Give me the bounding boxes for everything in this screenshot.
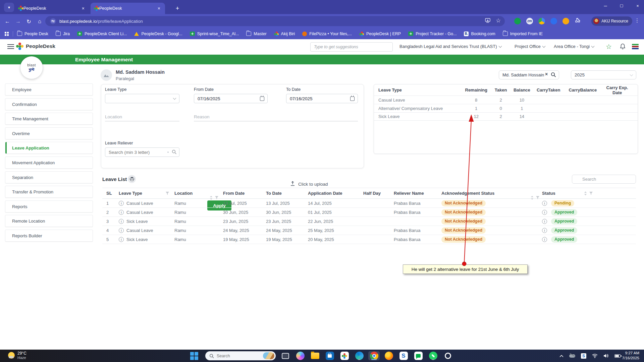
- window-close-button[interactable]: ×: [633, 3, 643, 8]
- reason-input[interactable]: [194, 113, 358, 121]
- window-maximize-button[interactable]: ▢: [616, 3, 627, 8]
- edge-icon[interactable]: [354, 351, 365, 360]
- sidebar-item-movement-application[interactable]: Movement Application: [5, 157, 93, 169]
- home-icon[interactable]: ⌂: [35, 17, 44, 26]
- leave-row-1[interactable]: 1 iCasual Leave Ramu 13 Jul, 2025 13 Jul…: [102, 199, 636, 208]
- browser-profile-chip[interactable]: AKIJ Resource: [591, 16, 632, 26]
- leave-row-5[interactable]: 5 iSick Leave Ramu 19 May, 2025 19 May, …: [102, 235, 636, 244]
- bookmark-jira[interactable]: Jira: [56, 32, 70, 36]
- upload-control[interactable]: Click to upload: [290, 181, 328, 187]
- favorite-star-icon[interactable]: ☆: [606, 43, 612, 51]
- search-icon[interactable]: [172, 149, 177, 156]
- leave-row-4[interactable]: 4 iCasual Leave Ramu 24 May, 2025 24 May…: [102, 226, 636, 235]
- window-minimize-button[interactable]: ─: [600, 3, 610, 8]
- google-chat-icon[interactable]: [413, 351, 424, 360]
- taskbar-clock[interactable]: 9:27 AM 7/16/2025: [622, 351, 639, 361]
- filter-icon[interactable]: [166, 192, 169, 195]
- task-view-button[interactable]: [280, 351, 291, 360]
- extension-icon-5[interactable]: [562, 18, 569, 24]
- bookmark-akij-biri[interactable]: Akij Biri: [274, 32, 295, 36]
- sidebar-item-remote-location[interactable]: Remote Location: [5, 215, 93, 227]
- bookmark-booking[interactable]: B.Booking.com: [464, 32, 495, 36]
- sidebar-item-reports-builder[interactable]: Reports Builder: [5, 230, 93, 242]
- extension-icon-1[interactable]: [514, 18, 521, 24]
- browser-tab-1[interactable]: PeopleDesk ×: [15, 3, 89, 14]
- browser-menu-icon[interactable]: ⋮: [635, 17, 640, 23]
- start-button[interactable]: [190, 352, 199, 360]
- clear-filter-icon[interactable]: ×: [545, 71, 548, 77]
- info-icon[interactable]: i: [542, 201, 547, 206]
- notification-bell-icon[interactable]: [620, 43, 626, 51]
- info-icon[interactable]: i: [119, 201, 124, 206]
- bookmark-client-list[interactable]: PeopleDesk Client Li...: [77, 32, 127, 36]
- onedrive-icon[interactable]: [569, 354, 575, 358]
- site-info-icon[interactable]: [50, 18, 56, 24]
- sidebar-item-leave-application[interactable]: Leave Application: [5, 142, 93, 154]
- sidebar-item-overtime[interactable]: Overtime: [5, 127, 93, 139]
- taskbar-search[interactable]: [205, 351, 276, 360]
- bookmark-star-icon[interactable]: ☆: [496, 17, 501, 24]
- leave-type-select[interactable]: [105, 94, 179, 103]
- to-date-input[interactable]: [286, 94, 358, 103]
- info-icon[interactable]: i: [119, 237, 124, 242]
- hamburger-menu-icon[interactable]: [7, 44, 14, 50]
- extension-icon-3[interactable]: [538, 18, 545, 24]
- tray-chevron-up-icon[interactable]: [559, 355, 564, 357]
- org-mini-logo[interactable]: [632, 43, 639, 50]
- whatsapp-icon[interactable]: [427, 351, 439, 360]
- extensions-puzzle-icon[interactable]: [575, 18, 580, 24]
- forward-icon[interactable]: →: [13, 17, 23, 26]
- leave-list-search-input[interactable]: [572, 175, 636, 184]
- chatgpt-icon[interactable]: [442, 351, 453, 360]
- suggestions-search-input[interactable]: [310, 42, 393, 52]
- copilot-icon[interactable]: [294, 351, 306, 360]
- extension-icon-4[interactable]: [550, 18, 557, 24]
- office-selector[interactable]: Project Office: [515, 44, 545, 49]
- app-brand[interactable]: PeopleDesk: [16, 43, 55, 50]
- bookmark-drive[interactable]: PeopleDesk - Googl...: [134, 32, 182, 36]
- peopledesk-app-icon[interactable]: [339, 351, 350, 360]
- tray-s-icon[interactable]: S: [581, 353, 586, 359]
- sidebar-item-time-management[interactable]: Time Management: [5, 113, 93, 125]
- bookmark-master[interactable]: Master: [246, 32, 266, 36]
- extension-icon-2[interactable]: zm: [526, 18, 533, 24]
- calendar-icon[interactable]: [260, 97, 264, 101]
- info-icon[interactable]: i: [542, 228, 547, 233]
- year-select[interactable]: 2025: [571, 70, 636, 79]
- location-input[interactable]: [105, 113, 179, 121]
- bookmark-sprint-time[interactable]: Sprint-wise_Time_Al...: [190, 32, 239, 36]
- tab-close-icon[interactable]: ×: [156, 6, 162, 11]
- address-bar[interactable]: blast.peopledesk.io/profile/leaveApplica…: [45, 16, 505, 26]
- chrome-icon[interactable]: [368, 351, 380, 360]
- sidebar-item-separation[interactable]: Separation: [5, 171, 93, 183]
- volume-icon[interactable]: [603, 354, 609, 358]
- info-icon[interactable]: i: [119, 228, 124, 233]
- taskbar-search-input[interactable]: [217, 354, 260, 358]
- sort-filter-icons[interactable]: [584, 191, 593, 195]
- leave-row-2[interactable]: 2 iCasual Leave Ramu 30 Jun, 2025 30 Jun…: [102, 208, 636, 217]
- bookmark-imported-ie[interactable]: Imported From IE: [503, 32, 543, 36]
- sort-filter-icons[interactable]: [210, 196, 218, 200]
- leave-row-3[interactable]: 3 iSick Leave Ramu 23 Jun, 2025 23 Jun, …: [102, 217, 636, 226]
- org-selector[interactable]: Bangladesh Legal Aid and Services Trust …: [399, 44, 501, 49]
- battery-icon[interactable]: [614, 354, 621, 358]
- bookmark-people-desk[interactable]: People Desk: [17, 32, 48, 36]
- sidebar-item-reports[interactable]: Reports: [5, 200, 93, 213]
- s-app-icon[interactable]: S: [398, 351, 409, 360]
- firefox-icon[interactable]: [383, 351, 394, 360]
- bookmark-filepizza[interactable]: FilePizza • Your files,...: [302, 32, 352, 36]
- info-icon[interactable]: i: [542, 237, 547, 242]
- info-icon[interactable]: i: [119, 210, 124, 215]
- info-icon[interactable]: i: [542, 210, 547, 215]
- file-explorer-icon[interactable]: [309, 351, 321, 360]
- reload-icon[interactable]: ↻: [24, 17, 34, 26]
- sidebar-item-confirmation[interactable]: Confirmation: [5, 98, 93, 110]
- sidebar-item-transfer-promotion[interactable]: Transfer & Promotion: [5, 186, 93, 198]
- print-button[interactable]: [128, 175, 136, 183]
- sort-filter-icons[interactable]: [531, 196, 539, 200]
- wifi-icon[interactable]: [592, 354, 598, 358]
- info-icon[interactable]: i: [542, 219, 547, 224]
- info-icon[interactable]: i: [119, 219, 124, 224]
- bookmark-peopledesk-erp[interactable]: PeopleDesk | ERP: [359, 32, 401, 36]
- tab-close-icon[interactable]: ×: [80, 6, 86, 11]
